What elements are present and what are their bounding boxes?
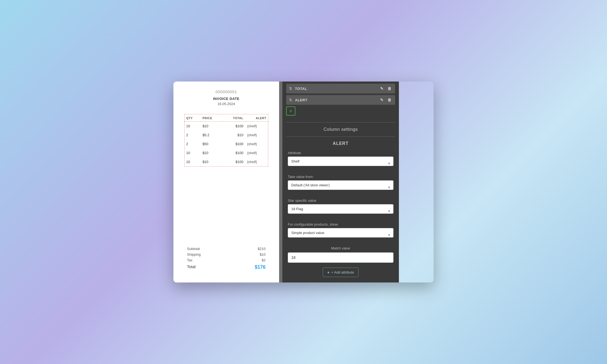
settings-panel: ⇅ TOTAL ✎ 🗑 ⇅ ALERT ✎ 🗑 + Column setting…: [282, 82, 399, 282]
main-container: 000000001 INVOICE DATE 16.05.2024 QTY PR…: [173, 82, 434, 282]
cell-total-0: $100: [222, 122, 245, 131]
subtotal-value: $210: [258, 247, 266, 251]
col-header-total: TOTAL: [222, 114, 245, 122]
cell-price-2: $50: [201, 139, 222, 148]
invoice-panel: 000000001 INVOICE DATE 16.05.2024 QTY PR…: [173, 82, 279, 282]
section-divider-1: [286, 122, 395, 122]
alert-action-icons: ✎ 🗑: [379, 97, 392, 103]
delete-icon-total[interactable]: 🗑: [386, 86, 393, 91]
tax-label: Tax: [187, 258, 192, 262]
edit-icon-alert[interactable]: ✎: [379, 97, 385, 103]
cell-total-2: $100: [222, 139, 245, 148]
take-value-select[interactable]: Default ('All store views') Store view 1…: [288, 180, 393, 190]
cell-alert-4: {shelf}: [245, 157, 268, 167]
invoice-table: QTY PRICE TOTAL ALERT 10 $10 $100 {shelf…: [184, 114, 268, 167]
total-row: Total $176: [184, 264, 268, 270]
column-label-total: TOTAL: [295, 87, 379, 91]
attribute-select[interactable]: Shelf Color Size Weight: [288, 157, 393, 166]
cell-alert-2: {shelf}: [245, 139, 268, 148]
total-value: $176: [255, 264, 266, 270]
match-value-label: Match value: [288, 246, 393, 250]
col-header-alert: ALERT: [245, 114, 268, 122]
cell-price-3: $10: [201, 148, 222, 157]
cell-qty-3: 10: [185, 148, 201, 157]
column-item-alert[interactable]: ⇅ ALERT ✎ 🗑: [286, 95, 395, 105]
table-row: 2 $5.2 $10 {shelf}: [185, 131, 268, 139]
cell-price-1: $5.2: [201, 131, 222, 139]
delete-icon-alert[interactable]: 🗑: [386, 97, 393, 103]
cell-qty-4: 10: [185, 157, 201, 167]
cell-price-0: $10: [201, 122, 222, 131]
configurable-select[interactable]: Simple product value Configurable produc…: [288, 228, 393, 238]
divider-panel: [279, 82, 282, 282]
cell-alert-0: {shelf}: [245, 122, 268, 131]
totals-section: Subtotal $210 Shipping $10 Tax $2 Total …: [184, 247, 268, 272]
table-row: 10 $10 $100 {shelf}: [185, 148, 268, 157]
column-item-total[interactable]: ⇅ TOTAL ✎ 🗑: [286, 84, 395, 93]
cell-qty-2: 2: [185, 139, 201, 148]
match-value-input[interactable]: [288, 252, 393, 263]
col-header-qty: QTY: [185, 114, 201, 122]
add-attribute-button[interactable]: + + Add attribute: [323, 268, 359, 277]
configurable-label: For configurable products, show: [288, 222, 393, 226]
invoice-date-label: INVOICE DATE: [184, 97, 268, 101]
add-attribute-plus-icon: +: [327, 270, 330, 275]
shipping-label: Shipping: [187, 252, 201, 256]
add-attribute-label: + Add attribute: [331, 270, 354, 274]
cell-alert-1: {shelf}: [245, 131, 268, 139]
settings-body: Attribute Shelf Color Size Weight ▼ Take…: [282, 151, 399, 282]
attribute-label: Attribute: [288, 151, 393, 155]
column-label-alert: ALERT: [295, 98, 379, 102]
star-select-wrapper: 18 Flag 17 Flag 16 Flag No Flag ▼: [288, 204, 393, 218]
invoice-number: 000000001: [184, 90, 268, 94]
subtotal-row: Subtotal $210: [184, 247, 268, 251]
take-value-select-wrapper: Default ('All store views') Store view 1…: [288, 180, 393, 194]
table-row: 2 $50 $100 {shelf}: [185, 139, 268, 148]
subtotal-label: Subtotal: [187, 247, 200, 251]
sort-icon-total: ⇅: [289, 86, 292, 91]
cell-price-4: $10: [201, 157, 222, 167]
col-header-price: PRICE: [201, 114, 222, 122]
total-action-icons: ✎ 🗑: [379, 86, 392, 91]
table-row: 10 $10 $100 {shelf}: [185, 122, 268, 131]
shipping-value: $10: [260, 252, 266, 256]
shipping-row: Shipping $10: [184, 252, 268, 256]
cell-total-4: $100: [222, 157, 245, 167]
attribute-select-wrapper: Shelf Color Size Weight ▼: [288, 157, 393, 170]
cell-qty-0: 10: [185, 122, 201, 131]
tax-value: $2: [262, 258, 266, 262]
total-label: Total: [187, 264, 196, 270]
cell-qty-1: 2: [185, 131, 201, 139]
tax-row: Tax $2: [184, 258, 268, 262]
take-value-label: Take value from:: [288, 175, 393, 179]
cell-total-3: $100: [222, 148, 245, 157]
cell-alert-3: {shelf}: [245, 148, 268, 157]
edit-icon-total[interactable]: ✎: [379, 86, 385, 91]
section-divider-2: [286, 136, 395, 137]
alert-section-title: ALERT: [282, 141, 399, 146]
configurable-select-wrapper: Simple product value Configurable produc…: [288, 228, 393, 242]
star-select[interactable]: 18 Flag 17 Flag 16 Flag No Flag: [288, 204, 393, 214]
star-label: Star specific value: [288, 199, 393, 203]
table-row: 10 $10 $100 {shelf}: [185, 157, 268, 167]
column-list: ⇅ TOTAL ✎ 🗑 ⇅ ALERT ✎ 🗑 +: [282, 82, 399, 119]
cell-total-1: $10: [222, 131, 245, 139]
sort-icon-alert: ⇅: [289, 98, 292, 102]
add-column-button[interactable]: +: [286, 106, 295, 116]
invoice-date-value: 16.05.2024: [184, 102, 268, 106]
column-settings-title: Column settings: [282, 127, 399, 132]
